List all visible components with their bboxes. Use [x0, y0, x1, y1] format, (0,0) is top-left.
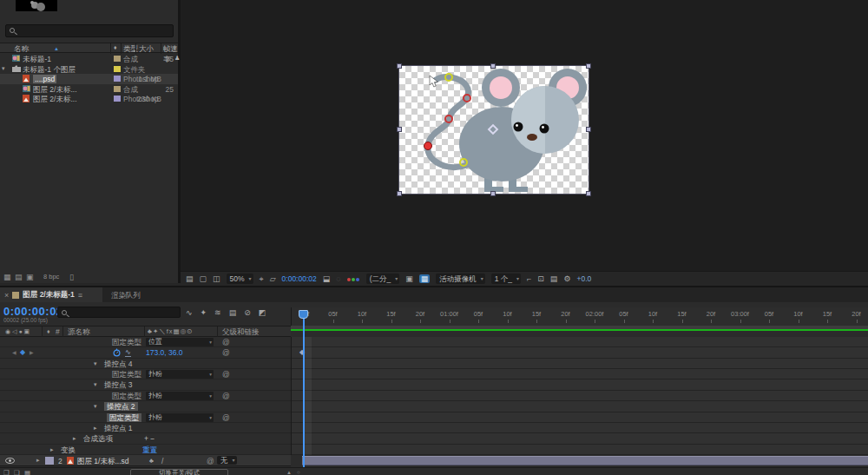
stopwatch-icon[interactable]: [113, 348, 121, 357]
graph-row[interactable]: [292, 391, 868, 401]
layer-name[interactable]: 图层 1/未标...sd: [77, 457, 129, 467]
graph-row[interactable]: [292, 423, 868, 433]
group-expander[interactable]: ▸: [94, 425, 97, 432]
graph-row[interactable]: [292, 369, 868, 379]
quality-switch-icon[interactable]: ♣: [149, 457, 154, 465]
label-swatch[interactable]: [114, 96, 121, 102]
project-column-header[interactable]: 名称 ▲ ♦ 类型 大小 帧速率: [0, 43, 178, 53]
item-name[interactable]: ....psd: [33, 75, 56, 83]
selection-handle-ml[interactable]: [397, 127, 402, 132]
mini-flowchart-icon[interactable]: ∿: [186, 308, 193, 317]
timeline-row-固定类型[interactable]: 固定类型扑粉@: [0, 412, 291, 423]
bit-depth-button[interactable]: 8 bpc: [43, 273, 59, 280]
group-expander[interactable]: ▸: [73, 435, 76, 442]
graph-row[interactable]: [292, 379, 868, 390]
timeline-zoom-slider[interactable]: ○: [297, 470, 300, 475]
selection-handle-bl[interactable]: [397, 191, 402, 196]
expander-icon[interactable]: ▾: [2, 65, 5, 72]
timeline-row-操控点 4[interactable]: ▾操控点 4: [0, 359, 291, 369]
zoom-out-icon[interactable]: ▲: [286, 470, 292, 475]
pixel-aspect-icon[interactable]: ⊡: [537, 274, 544, 283]
parent-select[interactable]: 无: [217, 456, 237, 465]
magnify-icon[interactable]: ◫: [213, 274, 220, 283]
graph-row[interactable]: ◆: [292, 347, 868, 358]
keyframe-graph-area[interactable]: ◆: [291, 337, 868, 455]
selection-handle-tr[interactable]: [586, 63, 591, 69]
new-folder-icon[interactable]: ▤: [15, 273, 23, 281]
graph-row[interactable]: [292, 359, 868, 369]
pick-whip-icon[interactable]: @: [222, 392, 230, 400]
panel-menu-icon[interactable]: ≡: [78, 291, 82, 300]
frame-blend-icon[interactable]: ▤: [229, 308, 237, 317]
group-label[interactable]: 操控点 4: [104, 360, 133, 370]
eye-icon[interactable]: [5, 458, 15, 464]
group-expander[interactable]: ▾: [94, 360, 97, 367]
label-swatch[interactable]: [114, 56, 121, 62]
timeline-row-操控点 1[interactable]: ▸操控点 1: [0, 423, 291, 433]
puppet-pin-selected[interactable]: [424, 142, 432, 150]
project-item-row[interactable]: 未标题-1合成25♟: [0, 54, 178, 64]
selection-handle-tl[interactable]: [397, 63, 402, 69]
timeline-row-合成选项[interactable]: ▸合成选项+ −: [0, 433, 291, 444]
resolution-select[interactable]: (二分_: [366, 274, 400, 284]
composition-canvas[interactable]: [399, 66, 589, 194]
magnification-select[interactable]: 50%: [227, 274, 253, 284]
mask-visibility-icon[interactable]: ▱: [270, 274, 276, 283]
pin-type-select[interactable]: 扑粉: [146, 370, 214, 379]
label-swatch[interactable]: [114, 86, 121, 92]
view-layout-icon[interactable]: ⌐: [527, 274, 531, 283]
graph-include-icon[interactable]: ∿: [125, 348, 131, 357]
next-keyframe-icon[interactable]: ▶: [30, 349, 34, 355]
gear-icon[interactable]: ⚙: [563, 274, 570, 283]
pick-whip-icon[interactable]: @: [222, 338, 230, 346]
group-expander[interactable]: ▾: [94, 381, 97, 388]
layer-row[interactable]: ▸ 2 图层 1/未标...sd ♣ / @ 无: [0, 455, 291, 466]
exposure-value[interactable]: +0.0: [576, 274, 591, 283]
prev-keyframe-icon[interactable]: ◀: [12, 349, 16, 355]
selection-handle-bc[interactable]: [490, 191, 496, 196]
tab-render-queue[interactable]: 渲染队列: [111, 291, 141, 301]
monitor-icon[interactable]: ▢: [200, 274, 207, 283]
group-expander[interactable]: ▸: [50, 446, 54, 453]
time-ruler[interactable]: :00f05f10f15f20f01:00f05f10f15f20f02:00f…: [291, 307, 868, 326]
group-label[interactable]: 变换: [61, 445, 76, 456]
interpret-footage-icon[interactable]: ▦: [3, 273, 11, 281]
selection-handle-br[interactable]: [586, 191, 591, 196]
graph-row[interactable]: [292, 412, 868, 423]
group-label[interactable]: 操控点 1: [104, 424, 133, 434]
current-time-indicator-handle[interactable]: [299, 310, 308, 319]
timeline-button-icon[interactable]: ▤: [550, 274, 558, 283]
roi-icon[interactable]: ▣: [405, 274, 413, 283]
timeline-row-固定类型[interactable]: 固定类型扑粉@: [0, 369, 291, 379]
close-icon[interactable]: ×: [4, 291, 9, 300]
add-remove-icons[interactable]: + −: [144, 434, 155, 443]
timeline-row-变换[interactable]: ▸变换重置: [0, 445, 291, 455]
layer-expander[interactable]: ▸: [36, 457, 40, 464]
pick-whip-icon[interactable]: @: [222, 370, 230, 379]
reset-link[interactable]: 重置: [142, 445, 157, 456]
sort-ascending-icon[interactable]: ▲: [54, 46, 59, 51]
graph-editor-icon[interactable]: ◩: [259, 308, 266, 317]
current-time-indicator-line[interactable]: [303, 311, 305, 471]
graph-row[interactable]: [292, 445, 868, 455]
transparency-grid-icon[interactable]: ▦: [419, 274, 431, 283]
expand-layer-switches-icon[interactable]: ❐: [3, 469, 10, 475]
pick-whip-icon[interactable]: @: [222, 413, 230, 422]
selection-handle-tc[interactable]: [490, 63, 496, 69]
timeline-row-固定类型[interactable]: 固定类型位置@: [0, 337, 291, 347]
label-swatch[interactable]: [114, 76, 121, 82]
timeline-row-操控点 3[interactable]: ▾操控点 3: [0, 379, 291, 390]
timeline-row-操控点 2[interactable]: ▾操控点 2: [0, 401, 291, 412]
new-composition-icon[interactable]: ▣: [26, 273, 34, 281]
pick-whip-icon[interactable]: @: [222, 348, 230, 357]
project-item-row[interactable]: ....psdPhotoshop1.1 MB: [0, 74, 178, 84]
project-item-row[interactable]: ▾未标题-1 个图层文件夹: [0, 64, 178, 75]
current-time-display[interactable]: 0:00:00:02: [3, 305, 63, 318]
delete-icon[interactable]: ▯: [69, 273, 74, 281]
timeline-row-固定类型[interactable]: 固定类型扑粉@: [0, 391, 291, 401]
group-label[interactable]: 合成选项: [83, 434, 113, 445]
timeline-search-input[interactable]: [57, 307, 181, 318]
tab-composition[interactable]: × 图层 2/未标题-1 ≡: [0, 287, 102, 302]
pick-whip-icon[interactable]: @: [207, 457, 214, 465]
graph-row[interactable]: [292, 337, 868, 347]
